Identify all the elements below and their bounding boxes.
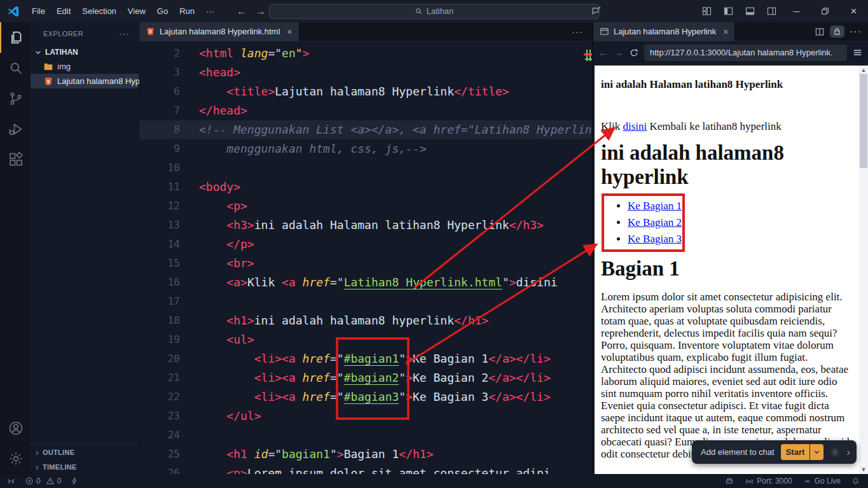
notifications-bell-icon[interactable] <box>851 477 860 486</box>
menu-file[interactable]: File <box>26 3 51 19</box>
extensions-icon[interactable] <box>0 144 31 175</box>
preview-back-icon[interactable]: ← <box>598 47 609 59</box>
disini-link[interactable]: disini <box>623 120 647 132</box>
menu-go[interactable]: Go <box>151 3 174 19</box>
code-editor[interactable]: 2<html lang="en">3<head>6 <title>Lajutan… <box>139 41 592 474</box>
window-minimize-button[interactable]: ─ <box>782 0 811 22</box>
tab-close-icon[interactable]: × <box>287 27 292 37</box>
code-line-17[interactable]: 17 <box>139 292 592 311</box>
remote-indicator-icon[interactable] <box>6 477 16 486</box>
code-line-18[interactable]: 18 <h1>ini adalah halaman8 hyperlink</h1… <box>139 311 592 330</box>
code-line-16[interactable]: 16 <a>Klik <a href="Latihan8 Hyperlink.h… <box>139 273 592 292</box>
code-line-2[interactable]: 2<html lang="en"> <box>139 44 592 63</box>
scrollbar-thumb[interactable] <box>860 74 867 168</box>
menu-edit[interactable]: Edit <box>51 3 76 19</box>
code-line-12[interactable]: 12 <p> <box>139 197 592 216</box>
code-line-10[interactable]: 10 <box>139 158 592 178</box>
section-timeline[interactable]: ›TIMELINE <box>31 459 139 474</box>
lightning-icon[interactable] <box>70 477 79 485</box>
explorer-icon[interactable] <box>0 22 31 53</box>
menu-bar: FileEditSelectionViewGoRun··· <box>26 3 220 19</box>
source-control-icon[interactable] <box>0 83 31 114</box>
lock-preview-button[interactable] <box>830 25 844 38</box>
code-line-24[interactable]: 24 <box>139 426 592 445</box>
problems-indicator[interactable]: 0 0 <box>25 477 61 485</box>
explorer-more-actions-icon[interactable]: ··· <box>119 29 130 39</box>
code-line-15[interactable]: 15 <br> <box>139 254 592 273</box>
editor-tab[interactable]: 5 Lajutan halaman8 Hyperlink.html × <box>139 22 300 41</box>
chevron-right-icon[interactable]: › <box>846 446 850 459</box>
window-close-button[interactable]: × <box>839 0 868 22</box>
code-line-23[interactable]: 23 </ul> <box>139 407 592 426</box>
line-number: 11 <box>139 178 180 197</box>
menu-run[interactable]: Run <box>174 3 200 19</box>
menu-view[interactable]: View <box>122 3 151 19</box>
code-line-11[interactable]: 11<body> <box>139 178 592 197</box>
toggle-sidebar-icon[interactable] <box>717 0 739 22</box>
history-back-icon[interactable]: ← <box>237 6 247 17</box>
menu-selection[interactable]: Selection <box>76 3 121 19</box>
history-forward-icon[interactable]: → <box>256 6 266 17</box>
preview-scrollbar[interactable]: ▲ ▼ <box>859 66 868 474</box>
code-line-22[interactable]: 22 <li><a href="#bagian3">Ke Bagian 3</a… <box>139 387 592 407</box>
line-content: <p>Lorem ipsum dolor sit amet consectetu… <box>180 464 551 474</box>
start-button[interactable]: Start <box>781 444 824 460</box>
line-number: 20 <box>139 349 180 368</box>
code-line-6[interactable]: 6 <title>Lajutan halaman8 Hyperlink</tit… <box>139 82 592 101</box>
toggle-panel-icon[interactable] <box>739 0 761 22</box>
split-editor-icon[interactable] <box>815 27 825 37</box>
nav-link[interactable]: Ke Bagian 3 <box>628 233 682 245</box>
preview-forward-icon[interactable]: → <box>614 47 624 59</box>
copilot-chat-icon[interactable] <box>585 0 607 22</box>
folder-root-latihan[interactable]: LATIHAN <box>31 45 139 59</box>
customize-layout-icon[interactable] <box>696 0 717 22</box>
start-dropdown-icon[interactable] <box>809 444 823 460</box>
klik-paragraph: Klik disini Kembali ke latihan8 hyperlin… <box>601 120 854 133</box>
line-content: <li><a href="#bagian1">Ke Bagian 1</a></… <box>180 349 551 368</box>
reload-icon[interactable] <box>629 48 639 58</box>
code-line-13[interactable]: 13 <h3>ini adalah Halaman latihan8 Hyper… <box>139 216 592 235</box>
port-indicator[interactable]: Port: 3000 <box>745 477 792 486</box>
toggle-secondary-sidebar-icon[interactable] <box>761 0 782 22</box>
code-line-8[interactable]: 8<!-- Menggunakan List <a></a>, <a href=… <box>139 120 592 139</box>
preview-more-actions-icon[interactable]: ··· <box>850 26 862 38</box>
code-line-26[interactable]: 26 <p>Lorem ipsum dolor sit amet consect… <box>139 464 592 474</box>
code-line-20[interactable]: 20 <li><a href="#bagian1">Ke Bagian 1</a… <box>139 349 592 368</box>
search-placeholder: Latihan <box>427 6 454 16</box>
code-line-9[interactable]: 9 menggunakan html, css, js,--> <box>139 139 592 158</box>
section-outline[interactable]: ›OUTLINE <box>31 445 139 459</box>
scroll-down-icon[interactable]: ▼ <box>859 465 868 474</box>
nav-link[interactable]: Ke Bagian 2 <box>628 216 682 228</box>
line-number: 9 <box>139 139 180 158</box>
line-number: 18 <box>139 311 180 330</box>
code-line-21[interactable]: 21 <li><a href="#bagian2">Ke Bagian 2</a… <box>139 368 592 387</box>
gear-icon[interactable] <box>830 447 840 457</box>
menu-[interactable]: ··· <box>200 3 220 19</box>
tab-close-icon[interactable]: × <box>723 27 728 37</box>
line-number: 6 <box>139 82 180 101</box>
nav-link[interactable]: Ke Bagian 1 <box>628 200 682 212</box>
run-debug-icon[interactable] <box>0 114 31 144</box>
account-icon[interactable] <box>0 413 31 443</box>
url-input[interactable]: http://127.0.0.1:3000/Lajutan halaman8 H… <box>644 45 847 61</box>
code-line-7[interactable]: 7</head> <box>139 101 592 120</box>
window-restore-button[interactable] <box>811 0 839 22</box>
code-line-14[interactable]: 14 </p> <box>139 235 592 254</box>
go-live-button[interactable]: Go Live <box>803 477 841 486</box>
editor-more-actions-icon[interactable]: ··· <box>572 26 592 37</box>
line-content: <a>Klik <a href="Latihan8 Hyperlink.html… <box>180 273 558 292</box>
line-number: 25 <box>139 445 180 464</box>
command-center-search[interactable]: Latihan <box>269 4 600 19</box>
settings-icon[interactable] <box>0 443 31 474</box>
code-line-3[interactable]: 3<head> <box>139 63 592 82</box>
copilot-status-icon[interactable] <box>724 476 734 486</box>
hamburger-menu-icon[interactable] <box>852 47 863 58</box>
file-item-folder[interactable]: img <box>31 59 139 74</box>
scroll-up-icon[interactable]: ▲ <box>859 66 868 74</box>
code-line-19[interactable]: 19 <ul> <box>139 330 592 349</box>
preview-tab[interactable]: Lajutan halaman8 Hyperlink × <box>593 22 735 41</box>
chat-toolbar-label: Add element to chat <box>701 447 775 457</box>
file-item-html[interactable]: 5Lajutan halaman8 Hyp... <box>31 74 139 88</box>
search-icon[interactable] <box>0 53 31 83</box>
code-line-25[interactable]: 25 <h1 id="bagian1">Bagian 1</h1> <box>139 445 592 464</box>
